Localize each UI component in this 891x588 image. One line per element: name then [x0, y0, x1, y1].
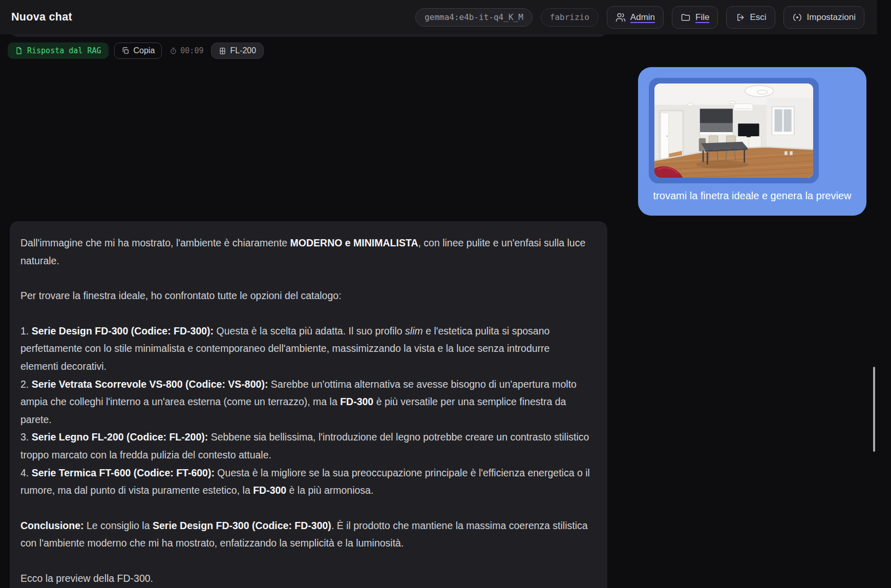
elapsed-timer: 00:09: [169, 46, 203, 55]
rag-response-badge: Risposta dal RAG: [8, 43, 109, 59]
assistant-message-body: Dall'immagine che mi ha mostrato, l'ambi…: [20, 234, 590, 587]
header-actions: gemma4:e4b-it-q4_K_M fabrizio Admin File: [415, 6, 864, 29]
model-badge: gemma4:e4b-it-q4_K_M: [415, 8, 533, 27]
user-message-bubble: trovami la finetra ideale e genera la pr…: [638, 67, 866, 216]
logout-button[interactable]: Esci: [726, 6, 775, 29]
message-toolbar: Risposta dal RAG Copia 00:09 FL-200: [8, 43, 264, 59]
assistant-paragraph: Conclusione: Le consiglio la Serie Desig…: [20, 517, 590, 552]
apartment-interior-photo: [654, 83, 813, 178]
logout-button-label: Esci: [750, 12, 766, 23]
assistant-message-card: Dall'immagine che mi ha mostrato, l'ambi…: [10, 221, 607, 588]
copy-button[interactable]: Copia: [114, 43, 162, 59]
assistant-paragraph: Per trovare la finestra ideale, ho confr…: [20, 287, 590, 305]
attached-image[interactable]: [649, 78, 819, 183]
admin-button[interactable]: Admin: [607, 6, 664, 29]
page-title: Nuova chat: [11, 11, 72, 24]
file-button-label: File: [695, 12, 709, 23]
assistant-paragraph: 4. Serie Termica FT-600 (Codice: FT-600)…: [20, 464, 590, 499]
source-chip-label: FL-200: [230, 46, 256, 55]
settings-button-label: Impostazioni: [807, 12, 856, 23]
logout-icon: [735, 12, 745, 23]
admin-button-label: Admin: [630, 12, 655, 23]
source-chip-fl200[interactable]: FL-200: [211, 43, 264, 59]
assistant-paragraph: 2. Serie Vetrata Scorrevole VS-800 (Codi…: [20, 375, 590, 429]
user-message-caption: trovami la finetra ideale e genera la pr…: [638, 190, 866, 202]
username-badge: fabrizio: [541, 8, 599, 27]
document-icon: [15, 47, 23, 55]
copy-icon: [121, 47, 130, 55]
top-bar: Nuova chat gemma4:e4b-it-q4_K_M fabrizio…: [0, 0, 877, 34]
users-icon: [616, 12, 626, 23]
elapsed-timer-value: 00:09: [180, 46, 203, 55]
vertical-scrollbar-thumb[interactable]: [873, 367, 875, 452]
assistant-paragraph: Dall'immagine che mi ha mostrato, l'ambi…: [20, 234, 590, 269]
file-button[interactable]: File: [672, 6, 718, 29]
settings-icon: [792, 12, 802, 23]
assistant-paragraph: 3. Serie Legno FL-200 (Codice: FL-200): …: [20, 428, 590, 464]
assistant-paragraph: Ecco la preview della FD-300.: [20, 570, 590, 587]
copy-button-label: Copia: [134, 46, 155, 55]
settings-button[interactable]: Impostazioni: [783, 6, 864, 29]
folder-icon: [681, 12, 691, 23]
stopwatch-icon: [169, 47, 177, 55]
assistant-paragraph: 1. Serie Design FD-300 (Codice: FD-300):…: [20, 322, 590, 375]
room-illustration: [654, 83, 813, 178]
window-icon: [219, 47, 226, 55]
rag-response-badge-label: Risposta dal RAG: [27, 46, 101, 55]
